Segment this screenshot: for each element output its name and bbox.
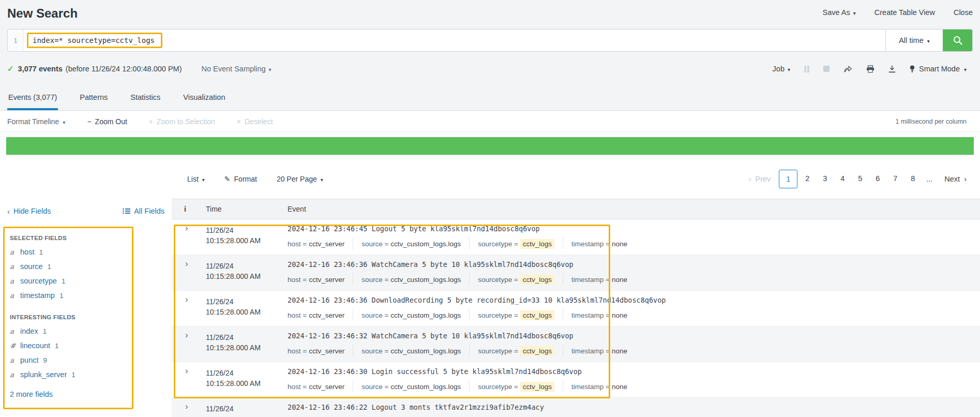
tab-statistics[interactable]: Statistics [129, 93, 161, 110]
event-field-sourcetype[interactable]: sourcetype = cctv_logs [478, 345, 563, 356]
header-action-close[interactable]: Close [954, 8, 973, 17]
field-item-splunk_server[interactable]: asplunk_server1 [10, 370, 127, 379]
tab-visualization[interactable]: Visualization [182, 93, 226, 110]
tab-patterns[interactable]: Patterns [79, 93, 109, 110]
share-button[interactable] [843, 65, 852, 72]
header-action-save-as[interactable]: Save As▾ [823, 8, 856, 17]
expand-event-button[interactable]: › [172, 398, 206, 417]
more-fields-link[interactable]: 2 more fields [10, 390, 127, 398]
event-field-host[interactable]: host = cctv_server [288, 274, 353, 285]
event-field-source[interactable]: source = cctv_custom_logs.logs [361, 238, 470, 249]
expand-event-button[interactable]: › [172, 219, 206, 255]
search-query-text[interactable]: index=* sourcetype=cctv_logs [33, 36, 155, 44]
field-value[interactable]: cctv_custom_logs.logs [390, 311, 461, 319]
export-button[interactable] [888, 65, 896, 73]
event-field-host[interactable]: host = cctv_server [288, 238, 353, 249]
page-button-4[interactable]: 4 [835, 170, 850, 187]
event-field-source[interactable]: source = cctv_custom_logs.logs [361, 345, 470, 356]
event-field-sourcetype[interactable]: sourcetype = cctv_logs [478, 309, 563, 321]
all-fields-button[interactable]: All Fields [123, 207, 164, 215]
field-name[interactable]: host [20, 248, 34, 256]
field-value[interactable]: cctv_logs [520, 239, 554, 249]
search-input[interactable]: index=* sourcetype=cctv_logs [24, 29, 885, 51]
field-item-linecount[interactable]: #linecount1 [10, 341, 127, 350]
zoom-to-selection-button[interactable]: + Zoom to Selection [149, 117, 215, 126]
header-action-create-table-view[interactable]: Create Table View [875, 8, 935, 17]
field-name[interactable]: index [20, 327, 38, 335]
field-item-timestamp[interactable]: atimestamp1 [10, 291, 127, 300]
time-range-picker[interactable]: All time ▾ [885, 29, 943, 51]
event-field-timestamp[interactable]: timestamp = none [571, 238, 636, 249]
field-value[interactable]: cctv_logs [520, 346, 554, 356]
search-mode-dropdown[interactable]: Smart Mode ▾ [910, 65, 967, 73]
field-value[interactable]: none [612, 311, 627, 319]
field-value[interactable]: cctv_custom_logs.logs [390, 240, 461, 248]
format-button[interactable]: ✎ Format [224, 175, 257, 183]
stop-button[interactable] [823, 66, 830, 72]
page-button-3[interactable]: 3 [817, 170, 833, 187]
field-item-sourcetype[interactable]: asourcetype1 [10, 277, 127, 285]
page-button-8[interactable]: 8 [905, 170, 921, 187]
page-button-6[interactable]: 6 [870, 170, 885, 187]
field-value[interactable]: cctv_logs [520, 310, 554, 320]
event-field-sourcetype[interactable]: sourcetype = cctv_logs [478, 381, 563, 392]
field-value[interactable]: cctv_custom_logs.logs [390, 383, 461, 391]
search-button[interactable] [943, 29, 972, 51]
field-name[interactable]: splunk_server [20, 370, 67, 379]
per-page-dropdown[interactable]: 20 Per Page ▾ [277, 175, 323, 183]
event-field-host[interactable]: host = cctv_server [288, 381, 353, 392]
field-value[interactable]: cctv_server [309, 383, 344, 391]
event-field-host[interactable]: host = cctv_server [288, 345, 353, 356]
field-value[interactable]: cctv_server [309, 311, 344, 319]
page-button-7[interactable]: 7 [887, 170, 903, 187]
page-button-5[interactable]: 5 [852, 170, 868, 187]
field-name[interactable]: linecount [20, 341, 50, 350]
field-name[interactable]: timestamp [20, 291, 55, 300]
field-value[interactable]: cctv_logs [520, 275, 554, 285]
next-page-button[interactable]: Next › [944, 175, 967, 183]
tab-events-3-077[interactable]: Events (3,077) [7, 93, 58, 110]
event-field-sourcetype[interactable]: sourcetype = cctv_logs [478, 238, 563, 249]
event-field-timestamp[interactable]: timestamp = none [571, 309, 636, 321]
field-value[interactable]: none [612, 383, 627, 391]
field-item-index[interactable]: aindex1 [10, 327, 127, 335]
prev-page-button[interactable]: ‹ Prev [749, 175, 771, 183]
event-field-source[interactable]: source = cctv_custom_logs.logs [361, 274, 470, 285]
deselect-button[interactable]: × Deselect [237, 117, 273, 126]
event-field-source[interactable]: source = cctv_custom_logs.logs [361, 309, 470, 321]
field-value[interactable]: none [612, 276, 627, 284]
event-field-sourcetype[interactable]: sourcetype = cctv_logs [478, 274, 563, 285]
field-name[interactable]: source [20, 262, 43, 271]
field-name[interactable]: sourcetype [20, 277, 57, 285]
event-field-timestamp[interactable]: timestamp = none [571, 381, 636, 392]
field-value[interactable]: cctv_server [309, 276, 344, 284]
expand-event-button[interactable]: › [172, 362, 206, 397]
field-value[interactable]: none [612, 347, 627, 355]
expand-event-button[interactable]: › [172, 255, 206, 290]
event-sampling-dropdown[interactable]: No Event Sampling ▾ [201, 65, 271, 73]
format-timeline-dropdown[interactable]: Format Timeline ▾ [7, 117, 65, 126]
expand-event-button[interactable]: › [172, 326, 206, 362]
print-button[interactable] [866, 65, 875, 73]
field-item-punct[interactable]: apunct9 [10, 356, 127, 364]
pause-button[interactable] [804, 66, 809, 72]
event-field-timestamp[interactable]: timestamp = none [571, 274, 636, 285]
list-view-dropdown[interactable]: List ▾ [187, 175, 205, 183]
field-value[interactable]: cctv_server [309, 240, 344, 248]
field-value[interactable]: cctv_custom_logs.logs [390, 347, 461, 355]
event-field-timestamp[interactable]: timestamp = none [571, 345, 636, 356]
zoom-out-button[interactable]: − Zoom Out [87, 117, 127, 126]
event-field-host[interactable]: host = cctv_server [288, 309, 353, 321]
field-name[interactable]: punct [20, 356, 38, 364]
hide-fields-button[interactable]: ‹ Hide Fields [7, 207, 51, 215]
field-value[interactable]: cctv_custom_logs.logs [390, 276, 461, 284]
field-item-host[interactable]: ahost1 [10, 248, 127, 256]
field-item-source[interactable]: asource1 [10, 262, 127, 271]
field-value[interactable]: cctv_logs [520, 382, 554, 392]
field-value[interactable]: cctv_server [309, 347, 344, 355]
timeline-bar[interactable] [6, 137, 974, 155]
job-dropdown[interactable]: Job ▾ [773, 65, 790, 73]
page-button-1[interactable]: 1 [779, 170, 797, 188]
expand-event-button[interactable]: › [172, 291, 206, 326]
field-value[interactable]: none [612, 240, 627, 248]
